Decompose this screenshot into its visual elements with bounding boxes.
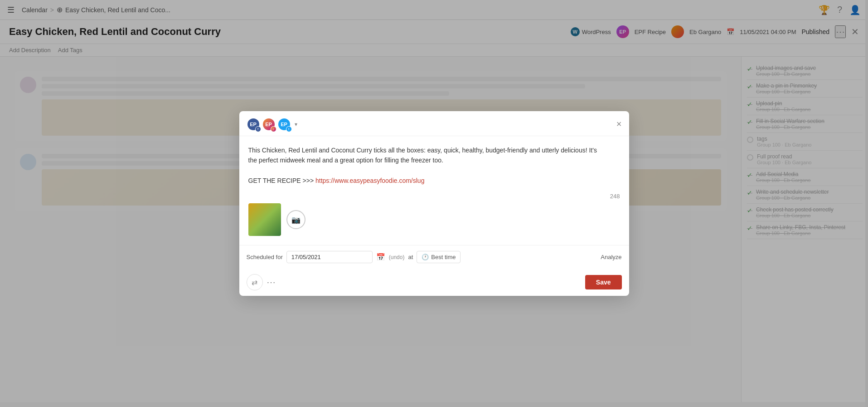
media-area: 📷 [248, 203, 620, 236]
compose-modal: EP f EP i EP t ▾ × This Chicken, Red Len… [239, 111, 629, 296]
schedule-bar: Scheduled for 📅 (undo) at 🕐 Best time An… [239, 245, 629, 269]
ig-account[interactable]: EP i [262, 118, 276, 131]
ig-badge: i [271, 126, 276, 132]
post-text: This Chicken, Red Lentil and Coconut Cur… [248, 145, 620, 186]
fb-account[interactable]: EP f [247, 118, 260, 131]
best-time-label: Best time [431, 254, 456, 260]
calendar-picker-icon[interactable]: 📅 [376, 253, 385, 261]
save-button[interactable]: Save [585, 275, 622, 289]
scheduled-for-label: Scheduled for [247, 254, 283, 260]
best-time-button[interactable]: 🕐 Best time [417, 251, 461, 263]
clock-icon: 🕐 [422, 254, 429, 260]
post-text-line1: This Chicken, Red Lentil and Coconut Cur… [248, 147, 597, 154]
modal-overlay: EP f EP i EP t ▾ × This Chicken, Red Len… [0, 0, 868, 407]
shuffle-button[interactable]: ⇄ [247, 274, 263, 290]
cta-text: GET THE RECIPE >>> [248, 177, 314, 184]
fb-badge: f [255, 126, 261, 132]
analyze-link[interactable]: Analyze [601, 254, 621, 260]
more-actions-button[interactable]: ⋯ [267, 277, 276, 288]
modal-actions: ⇄ ⋯ Save [239, 269, 629, 296]
more-dots-icon: ⋯ [267, 277, 276, 287]
at-label: at [408, 254, 413, 260]
modal-header: EP f EP i EP t ▾ × [239, 111, 629, 136]
cta-link[interactable]: https://www.easypeasyfoodie.com/slug [315, 177, 424, 184]
tw-account[interactable]: EP t [277, 118, 291, 131]
post-image-thumbnail[interactable] [248, 203, 281, 236]
shuffle-icon: ⇄ [252, 278, 257, 287]
social-account-selector: EP f EP i EP t [247, 118, 291, 131]
undo-link[interactable]: (undo) [389, 254, 405, 260]
accounts-dropdown-icon[interactable]: ▾ [295, 121, 297, 127]
camera-icon: 📷 [291, 216, 301, 224]
modal-close-button[interactable]: × [616, 119, 622, 129]
post-image-preview [248, 203, 281, 236]
schedule-date-input[interactable] [286, 251, 373, 263]
tw-badge: t [286, 126, 292, 132]
add-photo-button[interactable]: 📷 [286, 210, 305, 229]
modal-body: This Chicken, Red Lentil and Coconut Cur… [239, 136, 629, 236]
char-count: 248 [610, 193, 620, 200]
post-text-line2: the perfect midweek meal and a great opt… [248, 157, 443, 164]
